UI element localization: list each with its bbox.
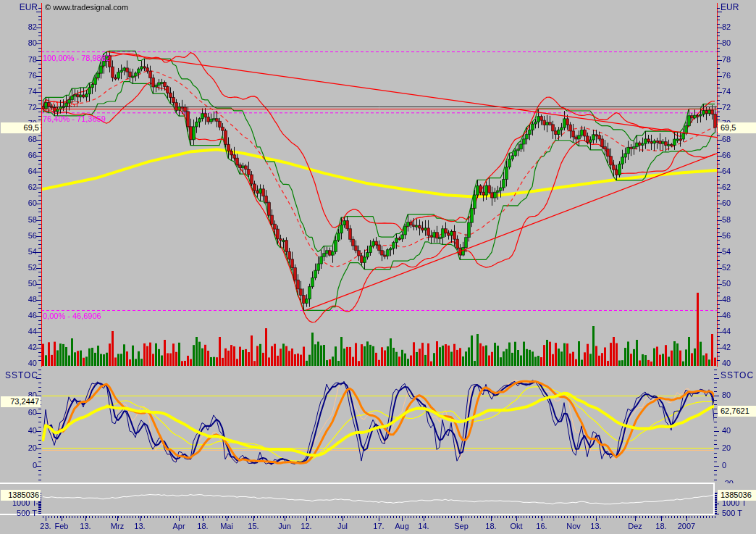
date-label: Okt: [502, 522, 531, 530]
price-tick-label: 40: [0, 359, 37, 367]
date-label: Dez: [621, 522, 650, 530]
chart-canvas[interactable]: [0, 0, 756, 534]
price-tick-label: 74: [0, 87, 37, 96]
stochastic-value-badge-left: 73,2447: [1, 396, 41, 407]
turnover-tick-label: 500 T: [722, 509, 756, 516]
date-label: 18.: [476, 522, 505, 530]
stochastic-tick-label: 20: [722, 443, 756, 453]
price-tick-label: 68: [722, 135, 756, 144]
price-tick-label: 40: [722, 359, 756, 367]
date-label: Mai: [212, 522, 241, 530]
date-label: 13.: [71, 522, 100, 530]
price-tick-label: 64: [0, 167, 37, 176]
price-tick-label: 60: [722, 199, 756, 208]
price-tick-label: 78: [0, 55, 37, 64]
price-tick-label: 56: [0, 231, 37, 241]
last-price-badge-right: 69,5: [718, 122, 756, 133]
stochastic-tick-label: -20: [722, 479, 756, 483]
stochastic-tick-label: 0: [0, 461, 37, 470]
turnover-value-badge-right: 1385036: [718, 490, 756, 501]
price-tick-label: 74: [722, 87, 756, 96]
turnover-tick-label: 500 T: [0, 509, 37, 516]
price-tick-label: 50: [722, 279, 756, 288]
price-tick-label: 58: [0, 215, 37, 225]
price-tick-label: 52: [0, 263, 37, 272]
time-axis: 23.Feb13.Mrz13.Apr18.Mai15.Jun12.Jul17.A…: [0, 520, 756, 534]
price-tick-label: 78: [722, 55, 756, 64]
price-tick-label: 82: [722, 22, 756, 32]
price-tick-label: 48: [722, 295, 756, 304]
stochastic-tick-label: 20: [0, 443, 37, 453]
price-tick-label: 42: [722, 343, 756, 352]
fib-label-100: 100,00% - 78,9882: [43, 54, 110, 63]
date-label: 2007: [672, 522, 701, 530]
price-tick-label: 46: [722, 311, 756, 320]
date-label: 13.: [581, 522, 610, 530]
price-tick-label: 66: [0, 151, 37, 160]
tradesignal-chart-window: EUR EUR © www.tradesignal.com 100,00% - …: [0, 0, 756, 534]
date-label: 18.: [647, 522, 676, 530]
date-label: 12.: [292, 522, 321, 530]
copyright-text: © www.tradesignal.com: [45, 3, 128, 12]
price-tick-label: 50: [0, 279, 37, 288]
date-label: Jul: [328, 522, 357, 530]
price-tick-label: 44: [722, 327, 756, 336]
fib-label-0: 0,00% - 46,6906: [43, 312, 101, 321]
price-tick-label: 54: [722, 247, 756, 256]
last-price-badge-left: 69,5: [1, 122, 41, 133]
price-tick-label: 56: [722, 231, 756, 241]
price-tick-label: 76: [722, 71, 756, 80]
price-tick-label: 60: [0, 199, 37, 208]
price-tick-label: 76: [0, 71, 37, 80]
turnover-value-badge-left: 1385036: [1, 490, 41, 501]
price-tick-label: 64: [722, 167, 756, 176]
date-label: 13.: [125, 522, 154, 530]
price-tick-label: 48: [0, 295, 37, 304]
price-tick-label: 72: [0, 103, 37, 112]
stochastic-tick-label: 0: [722, 461, 756, 470]
date-label: Sep: [447, 522, 476, 530]
right-axis-labels: 8280787674727068666462605856545250484644…: [721, 0, 756, 516]
left-axis-labels: 8280787674727068666462605856545250484644…: [0, 0, 38, 516]
price-tick-label: 80: [0, 38, 37, 48]
price-tick-label: 44: [0, 327, 37, 336]
stochastic-value-badge-right: 62,7621: [718, 406, 756, 417]
stochastic-tick-label: 40: [722, 426, 756, 435]
price-tick-label: 46: [0, 311, 37, 320]
price-tick-label: 72: [722, 103, 756, 112]
price-tick-label: 68: [0, 135, 37, 144]
date-label: 15.: [239, 522, 268, 530]
stochastic-tick-label: 40: [0, 426, 37, 435]
price-tick-label: 58: [722, 215, 756, 225]
price-tick-label: 54: [0, 247, 37, 256]
stochastic-tick-label: 60: [0, 408, 37, 417]
price-tick-label: 82: [0, 22, 37, 32]
price-tick-label: 62: [0, 183, 37, 192]
price-tick-label: 42: [0, 343, 37, 352]
stochastic-tick-label: 80: [722, 391, 756, 400]
price-tick-label: 66: [722, 151, 756, 160]
price-tick-label: 52: [722, 263, 756, 272]
price-tick-label: 80: [722, 38, 756, 48]
fib-label-76: 76,40% - 71,3659: [43, 114, 106, 124]
date-label: 14.: [409, 522, 438, 530]
price-tick-label: 62: [722, 183, 756, 192]
date-label: 16.: [527, 522, 556, 530]
